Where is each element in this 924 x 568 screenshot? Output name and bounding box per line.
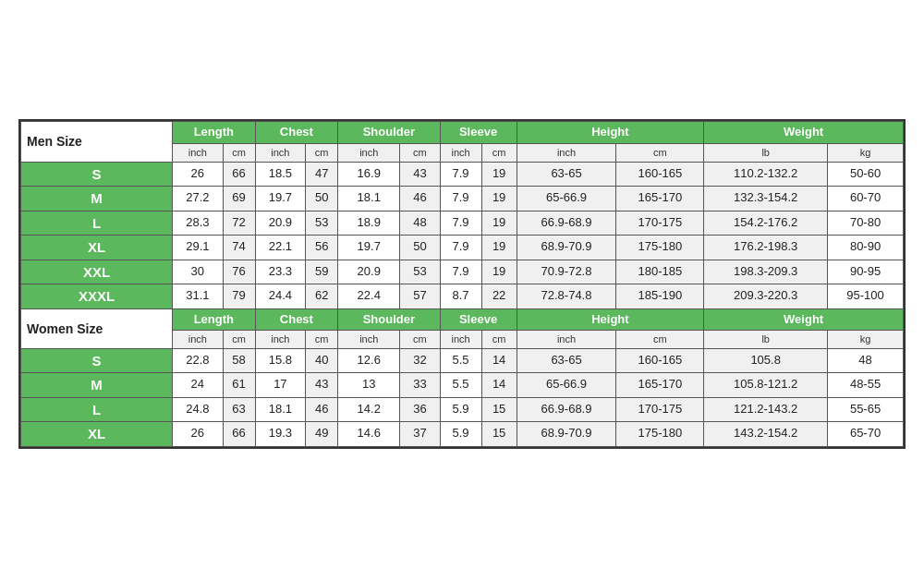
chest-header: Chest <box>255 122 338 144</box>
sleeve-header: Sleeve <box>440 122 517 144</box>
size-cell: XXXL <box>21 284 173 309</box>
height-header: Height <box>517 308 704 331</box>
table-row: XXL307623.35920.9537.91970.9-72.8180-185… <box>21 260 904 284</box>
data-cell: 180-185 <box>616 260 704 284</box>
unit-header-11: kg <box>828 331 904 348</box>
data-cell: 22 <box>481 284 517 309</box>
data-cell: 61 <box>223 373 255 398</box>
data-cell: 50 <box>306 187 338 211</box>
data-cell: 24.4 <box>255 284 306 309</box>
data-cell: 165-170 <box>616 187 704 211</box>
shoulder-header: Shoulder <box>338 308 440 331</box>
data-cell: 176.2-198.3 <box>704 236 828 260</box>
data-cell: 80-90 <box>828 236 904 260</box>
unit-header-5: cm <box>400 144 440 162</box>
data-cell: 37 <box>400 422 440 447</box>
unit-header-10: lb <box>704 144 828 162</box>
data-cell: 16.9 <box>338 162 400 187</box>
sleeve-header: Sleeve <box>440 308 517 331</box>
data-cell: 59 <box>306 260 338 284</box>
data-cell: 48 <box>828 348 904 373</box>
unit-header-9: cm <box>616 144 704 162</box>
data-cell: 7.9 <box>440 260 481 284</box>
data-cell: 57 <box>400 284 440 309</box>
data-cell: 5.5 <box>440 373 481 398</box>
data-cell: 95-100 <box>828 284 904 309</box>
section-label: Men Size <box>21 122 173 162</box>
table-row: L24.86318.14614.2365.91566.9-68.9170-175… <box>21 397 904 422</box>
unit-header-3: cm <box>306 331 338 348</box>
data-cell: 56 <box>306 236 338 260</box>
data-cell: 63-65 <box>517 162 616 187</box>
data-cell: 31.1 <box>173 284 224 309</box>
data-cell: 7.9 <box>440 236 481 260</box>
data-cell: 70-80 <box>828 211 904 236</box>
data-cell: 53 <box>306 211 338 236</box>
size-cell: L <box>21 211 173 236</box>
table-row: L28.37220.95318.9487.91966.9-68.9170-175… <box>21 211 904 236</box>
data-cell: 5.5 <box>440 348 481 373</box>
data-cell: 28.3 <box>173 211 224 236</box>
data-cell: 22.8 <box>173 348 224 373</box>
data-cell: 19 <box>481 260 517 284</box>
data-cell: 18.5 <box>255 162 306 187</box>
data-cell: 55-65 <box>828 397 904 422</box>
data-cell: 60-70 <box>828 187 904 211</box>
data-cell: 14.2 <box>338 397 400 422</box>
data-cell: 18.1 <box>255 397 306 422</box>
length-header: Length <box>173 122 256 144</box>
size-cell: L <box>21 397 173 422</box>
data-cell: 165-170 <box>616 373 704 398</box>
data-cell: 20.9 <box>338 260 400 284</box>
data-cell: 46 <box>306 397 338 422</box>
unit-header-0: inch <box>173 144 224 162</box>
size-cell: XL <box>21 422 173 447</box>
data-cell: 15.8 <box>255 348 306 373</box>
data-cell: 74 <box>223 236 255 260</box>
data-cell: 15 <box>481 422 517 447</box>
data-cell: 30 <box>173 260 224 284</box>
length-header: Length <box>173 308 256 331</box>
table-row: S266618.54716.9437.91963-65160-165110.2-… <box>21 162 904 187</box>
data-cell: 79 <box>223 284 255 309</box>
unit-header-2: inch <box>255 331 306 348</box>
data-cell: 48-55 <box>828 373 904 398</box>
data-cell: 7.9 <box>440 187 481 211</box>
data-cell: 121.2-143.2 <box>704 397 828 422</box>
data-cell: 62 <box>306 284 338 309</box>
size-chart-wrapper: Men SizeLengthChestShoulderSleeveHeightW… <box>18 119 906 448</box>
data-cell: 26 <box>173 162 224 187</box>
data-cell: 160-165 <box>616 162 704 187</box>
data-cell: 19 <box>481 211 517 236</box>
data-cell: 49 <box>306 422 338 447</box>
data-cell: 18.9 <box>338 211 400 236</box>
unit-header-1: cm <box>223 144 255 162</box>
table-row: M2461174313335.51465-66.9165-170105.8-12… <box>21 373 904 398</box>
data-cell: 19 <box>481 187 517 211</box>
data-cell: 14 <box>481 348 517 373</box>
data-cell: 5.9 <box>440 422 481 447</box>
unit-header-10: lb <box>704 331 828 348</box>
unit-header-7: cm <box>481 331 517 348</box>
data-cell: 175-180 <box>616 236 704 260</box>
data-cell: 19.7 <box>255 187 306 211</box>
unit-header-0: inch <box>173 331 224 348</box>
data-cell: 47 <box>306 162 338 187</box>
data-cell: 90-95 <box>828 260 904 284</box>
data-cell: 17 <box>255 373 306 398</box>
size-cell: M <box>21 187 173 211</box>
data-cell: 68.9-70.9 <box>517 236 616 260</box>
data-cell: 185-190 <box>616 284 704 309</box>
data-cell: 160-165 <box>616 348 704 373</box>
data-cell: 68.9-70.9 <box>517 422 616 447</box>
data-cell: 22.4 <box>338 284 400 309</box>
unit-header-9: cm <box>616 331 704 348</box>
data-cell: 76 <box>223 260 255 284</box>
data-cell: 105.8-121.2 <box>704 373 828 398</box>
data-cell: 5.9 <box>440 397 481 422</box>
data-cell: 7.9 <box>440 211 481 236</box>
weight-header: Weight <box>704 122 904 144</box>
size-chart-table: Men SizeLengthChestShoulderSleeveHeightW… <box>20 121 904 446</box>
table-row: XL266619.34914.6375.91568.9-70.9175-1801… <box>21 422 904 447</box>
data-cell: 63 <box>223 397 255 422</box>
